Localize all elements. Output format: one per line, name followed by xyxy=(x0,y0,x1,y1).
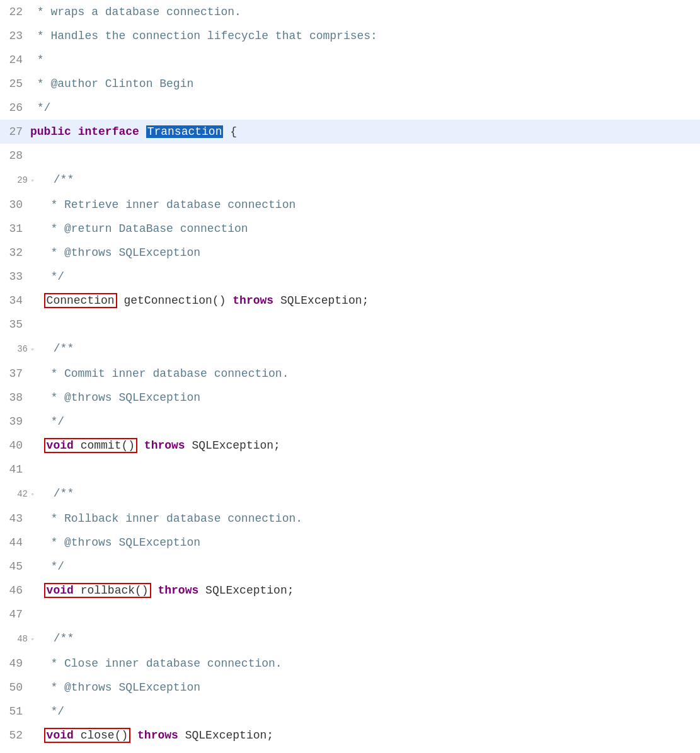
code-line-43: 43 * Rollback inner database connection. xyxy=(0,507,700,531)
line-number-35: 35 xyxy=(0,313,30,336)
fold-marker-48[interactable]: ◦ xyxy=(30,628,35,652)
line-number-49: 49 xyxy=(0,652,30,675)
code-line-25: 25 * @author Clinton Begin xyxy=(0,72,700,96)
line-number-41: 41 xyxy=(0,457,30,481)
line-number-32: 32 xyxy=(0,241,30,265)
line-content-22: * wraps a database connection. xyxy=(30,0,700,24)
boxed-connection: Connection xyxy=(44,293,117,308)
line-number-29: 29 xyxy=(0,168,30,192)
line-number-33: 33 xyxy=(0,265,30,289)
line-number-24: 24 xyxy=(0,48,30,72)
line-content-48: /** xyxy=(40,626,700,650)
line-number-31: 31 xyxy=(0,217,30,241)
line-content-36: /** xyxy=(40,336,700,360)
code-line-44: 44 * @throws SQLException xyxy=(0,531,700,555)
line-content-46: void rollback() throws SQLException; xyxy=(30,578,700,602)
code-line-50: 50 * @throws SQLException xyxy=(0,675,700,699)
code-line-30: 30 * Retrieve inner database connection xyxy=(0,193,700,217)
line-number-47: 47 xyxy=(0,602,30,626)
line-content-45: */ xyxy=(30,555,700,578)
line-number-25: 25 xyxy=(0,72,30,96)
line-content-43: * Rollback inner database connection. xyxy=(30,507,700,531)
code-line-23: 23 * Handles the connection lifecycle th… xyxy=(0,24,700,48)
line-number-37: 37 xyxy=(0,362,30,386)
line-content-42: /** xyxy=(40,481,700,505)
code-line-48: 48 ◦ /** xyxy=(0,626,700,652)
code-line-39: 39 */ xyxy=(0,410,700,434)
code-line-22: 22 * wraps a database connection. xyxy=(0,0,700,24)
code-line-45: 45 */ xyxy=(0,555,700,578)
code-line-35: 35 xyxy=(0,313,700,336)
code-line-49: 49 * Close inner database connection. xyxy=(0,652,700,675)
line-content-49: * Close inner database connection. xyxy=(30,652,700,675)
line-content-23: * Handles the connection lifecycle that … xyxy=(30,24,700,48)
code-line-24: 24 * xyxy=(0,48,700,72)
line-number-39: 39 xyxy=(0,410,30,434)
code-line-53: 53 xyxy=(0,747,700,753)
code-line-26: 26 */ xyxy=(0,96,700,120)
code-line-34: 34 Connection getConnection() throws SQL… xyxy=(0,289,700,313)
line-content-33: */ xyxy=(30,265,700,289)
line-content-25: * @author Clinton Begin xyxy=(30,72,700,96)
line-content-29: /** xyxy=(40,168,700,192)
line-number-26: 26 xyxy=(0,96,30,120)
keyword-throws-34: throws xyxy=(232,294,273,307)
code-line-33: 33 */ xyxy=(0,265,700,289)
code-line-38: 38 * @throws SQLException xyxy=(0,386,700,410)
line-content-38: * @throws SQLException xyxy=(30,386,700,410)
line-content-30: * Retrieve inner database connection xyxy=(30,193,700,217)
line-number-43: 43 xyxy=(0,507,30,531)
line-content-39: */ xyxy=(30,410,700,434)
line-number-30: 30 xyxy=(0,193,30,217)
code-line-32: 32 * @throws SQLException xyxy=(0,241,700,265)
line-content-26: */ xyxy=(30,96,700,120)
code-line-41: 41 xyxy=(0,457,700,481)
code-line-29: 29 ◦ /** xyxy=(0,168,700,193)
line-content-44: * @throws SQLException xyxy=(30,531,700,555)
line-number-45: 45 xyxy=(0,555,30,578)
line-number-28: 28 xyxy=(0,144,30,168)
code-line-51: 51 */ xyxy=(0,699,700,723)
line-number-34: 34 xyxy=(0,289,30,313)
code-container: 22 * wraps a database connection. 23 * H… xyxy=(0,0,700,753)
code-line-28: 28 xyxy=(0,144,700,168)
line-number-48: 48 xyxy=(0,627,30,651)
line-number-51: 51 xyxy=(0,699,30,723)
line-content-34: Connection getConnection() throws SQLExc… xyxy=(30,289,700,313)
fold-marker-36[interactable]: ◦ xyxy=(30,338,35,362)
line-number-53: 53 xyxy=(0,747,30,753)
boxed-void-close: void close() xyxy=(44,728,131,743)
fold-marker-29[interactable]: ◦ xyxy=(30,169,35,193)
fold-marker-42[interactable]: ◦ xyxy=(30,483,35,507)
line-content-27: public interface Transaction { xyxy=(30,120,700,144)
code-line-46: 46 void rollback() throws SQLException; xyxy=(0,578,700,602)
line-content-51: */ xyxy=(30,699,700,723)
code-line-27: 27 public interface Transaction { xyxy=(0,120,700,144)
code-line-42: 42 ◦ /** xyxy=(0,481,700,507)
line-number-36: 36 xyxy=(0,337,30,361)
line-number-52: 52 xyxy=(0,723,30,747)
line-number-23: 23 xyxy=(0,24,30,48)
code-line-40: 40 void commit() throws SQLException; xyxy=(0,434,700,457)
line-content-40: void commit() throws SQLException; xyxy=(30,434,700,457)
line-content-31: * @return DataBase connection xyxy=(30,217,700,241)
line-content-32: * @throws SQLException xyxy=(30,241,700,265)
line-number-27: 27 xyxy=(0,120,30,144)
line-number-38: 38 xyxy=(0,386,30,410)
line-content-37: * Commit inner database connection. xyxy=(30,362,700,386)
code-line-52: 52 void close() throws SQLException; xyxy=(0,723,700,747)
code-line-37: 37 * Commit inner database connection. xyxy=(0,362,700,386)
boxed-void-commit: void commit() xyxy=(44,438,137,453)
keyword-throws-40: throws xyxy=(144,439,185,452)
line-content-50: * @throws SQLException xyxy=(30,675,700,699)
line-number-22: 22 xyxy=(0,0,30,24)
line-content-52: void close() throws SQLException; xyxy=(30,723,700,747)
line-content-24: * xyxy=(30,48,700,72)
keyword-interface: interface xyxy=(78,125,139,138)
keyword-public: public xyxy=(30,125,71,138)
keyword-throws-52: throws xyxy=(137,729,178,742)
code-line-47: 47 xyxy=(0,602,700,626)
code-line-36: 36 ◦ /** xyxy=(0,336,700,362)
line-number-42: 42 xyxy=(0,482,30,506)
class-name-transaction: Transaction xyxy=(146,125,224,138)
